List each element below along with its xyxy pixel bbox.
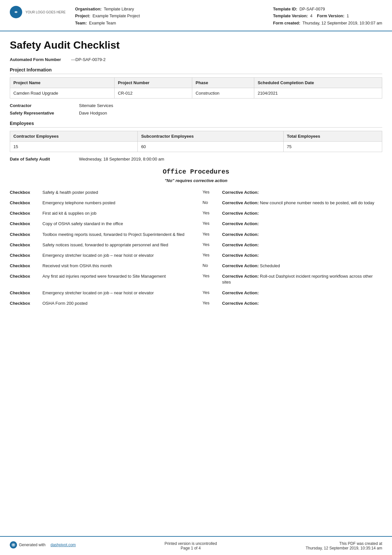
team-value: Example Team xyxy=(89,21,116,25)
safety-rep-row: Safety Representative Dave Hodgson xyxy=(10,111,382,116)
logo-text: YOUR LOGO GOES HERE xyxy=(25,10,66,14)
automated-form-number-label: Automated Form Number xyxy=(10,57,69,62)
checklist-description-2: First aid kit & supplies on job xyxy=(42,210,203,216)
header-org: Organisation: Template Library Project: … xyxy=(75,6,267,27)
content: Safety Audit Checklist Automated Form Nu… xyxy=(0,31,392,536)
pdf-created-value: Thursday, 12 September 2019, 10:35:14 am xyxy=(306,546,382,550)
project-data-row: Camden Road Upgrade CR-012 Construction … xyxy=(10,88,382,98)
org-value: Template Library xyxy=(104,7,134,11)
date-of-audit-value: Wednesday, 18 September 2019, 8:00:00 am xyxy=(79,157,164,162)
col-project-name: Project Name xyxy=(10,77,115,88)
header-right: Template ID: DP-SAF-0079 Template Versio… xyxy=(273,6,382,27)
checklist-description-3: Copy of OSHA safety standard in the offi… xyxy=(42,221,203,227)
checklist-description-8: Any first aid injuries reported were for… xyxy=(42,273,203,279)
date-of-audit-label: Date of Safety Audit xyxy=(10,157,75,162)
checklist-answer-9: Yes xyxy=(203,290,222,295)
footer-center: Printed version is uncontrolled Page 1 o… xyxy=(165,541,217,550)
checklist-description-1: Emergency telephone numbers posted xyxy=(42,200,203,206)
footer-right: This PDF was created at Thursday, 12 Sep… xyxy=(306,541,382,550)
org-label: Organisation: xyxy=(75,7,102,11)
corrective-label-8: Corrective Action: xyxy=(222,274,259,279)
checklist-answer-10: Yes xyxy=(203,301,222,305)
form-version-label: Form Version: xyxy=(317,14,344,18)
checklist-answer-1: No xyxy=(203,200,222,205)
checklist-checkbox-label-0: Checkbox xyxy=(10,190,42,195)
safety-rep-label: Safety Representative xyxy=(10,111,75,116)
page: YOUR LOGO GOES HERE Organisation: Templa… xyxy=(0,0,392,555)
project-name-value: Camden Road Upgrade xyxy=(10,88,115,98)
checklist-checkbox-label-10: Checkbox xyxy=(10,301,42,306)
template-version-value: 4 xyxy=(310,14,312,18)
checklist-item: Checkbox First aid kit & supplies on job… xyxy=(10,210,382,216)
checklist-description-0: Safety & health poster posted xyxy=(42,190,203,195)
checklist-corrective-6: Corrective Action: xyxy=(222,253,383,258)
page-info-text: Page 1 of 4 xyxy=(165,546,217,550)
checklist-item: Checkbox Any first aid injuries reported… xyxy=(10,273,382,285)
checklist-description-6: Emergency stretcher located on job – nea… xyxy=(42,253,203,258)
checklist-answer-5: Yes xyxy=(203,242,222,247)
corrective-label-0: Corrective Action: xyxy=(222,190,259,195)
employees-table: Contractor Employees Subcontractor Emplo… xyxy=(10,131,382,152)
project-value: Example Template Project xyxy=(93,14,140,18)
checklist-corrective-8: Corrective Action: Roll-out Dashpivot in… xyxy=(222,273,383,285)
form-version-value: 1 xyxy=(347,14,349,18)
employees-data-row: 15 60 75 xyxy=(10,141,382,152)
project-number-value: CR-012 xyxy=(115,88,192,98)
checklist-corrective-0: Corrective Action: xyxy=(222,190,383,195)
checklist-corrective-2: Corrective Action: xyxy=(222,210,383,216)
generated-with-text: Generated with xyxy=(19,543,45,547)
checklist-description-4: Toolbox meeting reports issued, forwarde… xyxy=(42,232,203,238)
corrective-label-7: Corrective Action: xyxy=(222,263,259,268)
template-id-line: Template ID: DP-SAF-0079 xyxy=(273,6,382,13)
template-id-value: DP-SAF-0079 xyxy=(300,7,325,11)
checklist-item: Checkbox Safety & health poster posted Y… xyxy=(10,190,382,195)
corrective-label-1: Corrective Action: xyxy=(222,200,259,205)
checklist-description-9: Emergency stretcher located on job – nea… xyxy=(42,290,203,296)
checklist-corrective-7: Corrective Action: Scheduled xyxy=(222,263,383,269)
footer-logo-icon xyxy=(10,541,17,548)
checklist-item: Checkbox Copy of OSHA safety standard in… xyxy=(10,221,382,227)
corrective-label-9: Corrective Action: xyxy=(222,290,259,295)
project-line: Project: Example Template Project xyxy=(75,13,267,20)
footer: Generated with dashpivot.com Printed ver… xyxy=(0,536,392,555)
pdf-created-label: This PDF was created at xyxy=(306,541,382,546)
checklist-description-5: Safety notices issued, forwarded to appr… xyxy=(42,242,203,248)
project-info-section-title: Project Information xyxy=(10,67,382,74)
footer-left: Generated with dashpivot.com xyxy=(10,541,76,548)
logo-icon xyxy=(10,6,22,18)
contractor-value: Sitemate Services xyxy=(79,103,113,108)
logo-area: YOUR LOGO GOES HERE xyxy=(10,6,69,18)
team-label: Team: xyxy=(75,21,87,25)
total-employees-value: 75 xyxy=(283,141,382,152)
checklist-checkbox-label-1: Checkbox xyxy=(10,200,42,205)
form-created-label: Form created: xyxy=(273,21,300,25)
dashpivot-link[interactable]: dashpivot.com xyxy=(51,543,76,547)
checklist-item: Checkbox Received visit from OSHA this m… xyxy=(10,263,382,269)
version-line: Template Version: 4 Form Version: 1 xyxy=(273,13,382,20)
checklist-description-7: Received visit from OSHA this month xyxy=(42,263,203,269)
checklist-checkbox-label-4: Checkbox xyxy=(10,232,42,237)
checklist-answer-3: Yes xyxy=(203,221,222,226)
corrective-label-6: Corrective Action: xyxy=(222,253,259,258)
checklist-corrective-9: Corrective Action: xyxy=(222,290,383,296)
checklist-checkbox-label-7: Checkbox xyxy=(10,263,42,268)
checklist-item: Checkbox Emergency telephone numbers pos… xyxy=(10,200,382,206)
corrective-label-5: Corrective Action: xyxy=(222,242,259,247)
corrective-label-2: Corrective Action: xyxy=(222,211,259,216)
checklist-item: Checkbox Emergency stretcher located on … xyxy=(10,290,382,296)
checklist-item: Checkbox Toolbox meeting reports issued,… xyxy=(10,232,382,238)
automated-form-number-value: ---DP-SAF-0079-2 xyxy=(71,57,105,62)
safety-rep-value: Dave Hodgson xyxy=(79,111,107,116)
team-line: Team: Example Team xyxy=(75,20,267,27)
form-created-value: Thursday, 12 September 2019, 10:30:07 am xyxy=(303,21,382,25)
col-phase: Phase xyxy=(192,77,254,88)
checklist-checkbox-label-6: Checkbox xyxy=(10,253,42,258)
col-scheduled-completion: Scheduled Completion Date xyxy=(254,77,382,88)
scheduled-completion-value: 2104/2021 xyxy=(254,88,382,98)
checklist-corrective-5: Corrective Action: xyxy=(222,242,383,248)
employees-section-title: Employees xyxy=(10,121,382,128)
contractor-label: Contractor xyxy=(10,103,75,108)
checklist-description-10: OSHA Form 200 posted xyxy=(42,301,203,306)
contractor-row: Contractor Sitemate Services xyxy=(10,103,382,108)
contractor-employees-value: 15 xyxy=(10,141,138,152)
